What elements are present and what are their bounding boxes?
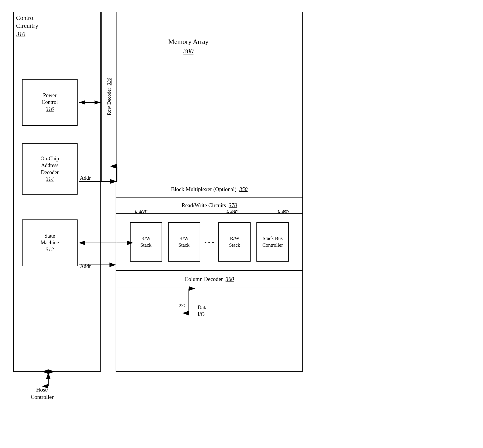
rw-stack-1: R/W Stack (130, 222, 162, 262)
address-decoder-box: On-Chip Address Decoder 314 (22, 143, 78, 195)
rw-stack-1-number: ↳ 400 (134, 209, 146, 215)
stack-bus-controller-box: Stack Bus Controller (256, 222, 289, 262)
block-multiplexer-bar: Block Multiplexer (Optional) 350 (116, 181, 303, 198)
rw-stack-3: R/W Stack (218, 222, 251, 262)
stack-bus-controller-number: ↳ 430 (277, 209, 289, 215)
column-decoder-bar: Column Decoder 360 (116, 271, 303, 288)
dots-separator: - - - (205, 238, 214, 246)
num-231-label: 231 (179, 303, 186, 309)
rw-stack-2: R/W Stack (168, 222, 200, 262)
rw-stacks-area: R/W Stack R/W Stack - - - R/W Stack Stac… (116, 214, 303, 271)
power-control-box: Power Control 316 (22, 79, 78, 126)
rw-stack-2-number: ↳ 400 (225, 209, 237, 215)
memory-array-label: Memory Array 300 (168, 38, 208, 55)
addr-label-1: Addr (80, 175, 91, 181)
row-decoder-label: Row Decoder 330 (101, 12, 117, 181)
data-io-label: Data I/O (198, 304, 208, 318)
addr-label-2: Addr (80, 263, 91, 270)
control-circuitry-label: Control Circuitry 310 (16, 14, 38, 38)
host-controller-label: Host/ Controller (31, 386, 54, 401)
state-machine-box: State Machine 312 (22, 219, 78, 266)
